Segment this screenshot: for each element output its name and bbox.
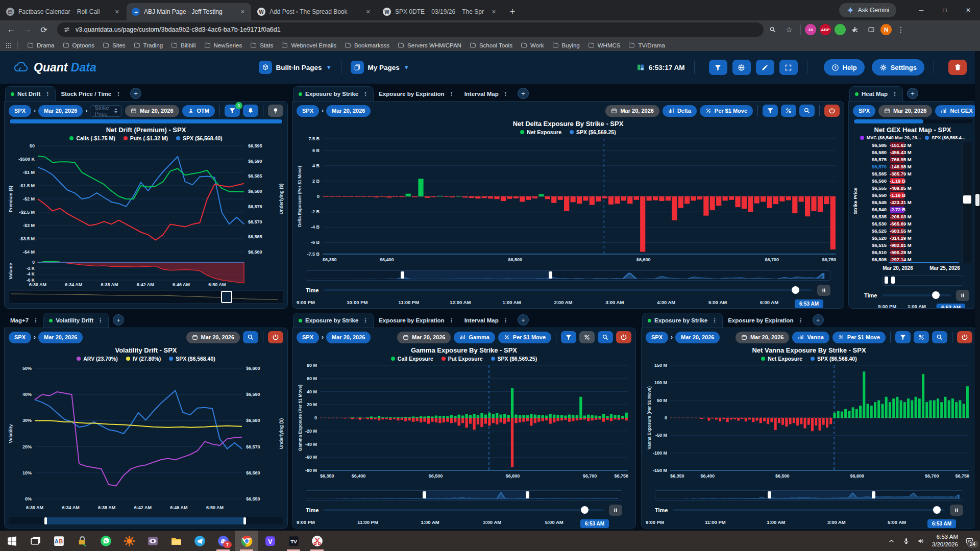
bookmark-bilibili[interactable]: Bilibili bbox=[167, 41, 200, 49]
help-button[interactable]: ?Help bbox=[824, 59, 865, 76]
my-pages-button[interactable]: My Pages▼ bbox=[351, 61, 409, 74]
side-panel-icon[interactable] bbox=[864, 22, 878, 37]
bookmark-sites[interactable]: Sites bbox=[99, 41, 130, 49]
pill-mar-20-2026[interactable]: Mar 20, 2026 bbox=[675, 332, 720, 343]
tab-menu-icon[interactable]: ⋮ bbox=[449, 91, 454, 97]
pill-otm[interactable]: OTM bbox=[182, 105, 215, 117]
tab-interval-map[interactable]: Interval Map⋮ bbox=[459, 87, 513, 101]
funnel-button[interactable]: 1 bbox=[225, 105, 240, 117]
tab-mag-7[interactable]: Mag+7⋮ bbox=[5, 313, 43, 328]
browser-tab-spx-0dte-03-19-26-the-spr[interactable]: WSPX 0DTE – 03/19/26 – The Spr✕ bbox=[378, 3, 502, 20]
tab-menu-icon[interactable]: ⋮ bbox=[503, 317, 508, 324]
pct-button[interactable] bbox=[579, 331, 595, 343]
pill-vanna[interactable]: Vanna bbox=[792, 332, 829, 343]
tab-close-icon[interactable]: ✕ bbox=[364, 8, 373, 16]
bookmark-optoons[interactable]: Optoons bbox=[59, 41, 99, 49]
quantdata-logo[interactable]: Quant Data bbox=[13, 61, 96, 74]
microphone-icon[interactable] bbox=[902, 537, 910, 545]
tab-exposure-by-expiration[interactable]: Exposure by Expiration⋮ bbox=[374, 313, 459, 328]
time-slider-track[interactable] bbox=[324, 509, 604, 511]
taskbar-taskview[interactable] bbox=[23, 531, 47, 551]
restart-button[interactable] bbox=[616, 331, 631, 343]
taskbar-dict[interactable]: AB bbox=[47, 531, 70, 551]
tab-menu-icon[interactable]: ⋮ bbox=[892, 91, 897, 97]
range-slider[interactable] bbox=[883, 276, 963, 286]
bookmark-trading[interactable]: Trading bbox=[130, 41, 167, 49]
taskbar-tradingview[interactable]: TV bbox=[282, 531, 305, 551]
taskbar-chrome[interactable] bbox=[235, 531, 258, 551]
funnel-button[interactable] bbox=[763, 105, 778, 117]
date-pill[interactable]: Mar 20, 2026 bbox=[397, 332, 451, 343]
address-bar[interactable]: v3.quantdata.us/page/custom/3bdaa9b2-c8d… bbox=[57, 22, 764, 37]
tray-chevron-icon[interactable] bbox=[888, 537, 895, 545]
extension-icon-green[interactable] bbox=[835, 24, 846, 35]
pause-button[interactable] bbox=[609, 505, 622, 516]
taskbar-lock[interactable] bbox=[70, 531, 94, 551]
tab-stock-price-time[interactable]: Stock Price / Time⋮ bbox=[56, 87, 126, 101]
extension-icon-abp[interactable]: ABP bbox=[820, 24, 831, 35]
bookmark-newseries[interactable]: NewSeries bbox=[200, 41, 247, 49]
tab-exposure-by-strike[interactable]: Exposure by Strike⋮ bbox=[293, 86, 374, 101]
horizontal-scrollbar[interactable] bbox=[9, 119, 283, 123]
add-panel-tab-button[interactable]: + bbox=[813, 314, 824, 325]
range-handle-left[interactable] bbox=[401, 271, 404, 279]
minimize-button[interactable]: ─ bbox=[910, 0, 933, 20]
tab-menu-icon[interactable]: ⋮ bbox=[362, 91, 368, 97]
minimap-handle[interactable] bbox=[963, 195, 971, 204]
chart-minimap[interactable] bbox=[9, 290, 283, 304]
bookmark-star-icon[interactable]: ☆ bbox=[782, 22, 796, 37]
range-handle-left[interactable] bbox=[423, 491, 426, 498]
close-button[interactable]: ✕ bbox=[957, 0, 980, 20]
tab-menu-icon[interactable]: ⋮ bbox=[449, 317, 454, 324]
global-filter-button[interactable] bbox=[709, 60, 727, 75]
scroll-handle-left[interactable] bbox=[44, 517, 47, 524]
restart-button[interactable] bbox=[957, 331, 972, 343]
range-handle-left[interactable] bbox=[885, 277, 888, 284]
time-slider-track[interactable] bbox=[324, 289, 812, 291]
search-button[interactable] bbox=[598, 331, 613, 343]
edit-button[interactable] bbox=[756, 60, 774, 75]
range-slider[interactable] bbox=[306, 270, 830, 281]
bookmark-work[interactable]: Work bbox=[517, 41, 548, 49]
page-scrollbar-thumb[interactable] bbox=[975, 194, 979, 206]
pill-per-1-move[interactable]: Per $1 Move bbox=[498, 332, 551, 343]
bookmark-buying[interactable]: Buying bbox=[548, 41, 584, 49]
tab-menu-icon[interactable]: ⋮ bbox=[712, 317, 717, 324]
back-button[interactable]: ← bbox=[4, 22, 18, 37]
volume-icon[interactable] bbox=[917, 537, 925, 545]
tab-exposure-by-strike[interactable]: Exposure by Strike⋮ bbox=[642, 313, 723, 328]
scroll-handle-right[interactable] bbox=[243, 517, 246, 524]
pill-gamma[interactable]: Gamma bbox=[454, 332, 495, 343]
bookmark-drama[interactable]: Drama bbox=[23, 41, 59, 49]
scrollbar-thumb[interactable] bbox=[854, 119, 923, 123]
bookmark-servers-whm-cpan[interactable]: Servers WHM/CPAN bbox=[394, 41, 465, 49]
range-handle-right[interactable] bbox=[526, 491, 529, 498]
tab-menu-icon[interactable]: ⋮ bbox=[33, 317, 38, 324]
tab-menu-icon[interactable]: ⋮ bbox=[503, 91, 508, 97]
stepper-icon[interactable] bbox=[114, 108, 117, 113]
pill-spx[interactable]: SPX bbox=[297, 105, 319, 117]
tab-interval-map[interactable]: Interval Map⋮ bbox=[459, 313, 513, 328]
pill-per-1-move[interactable]: Per $1 Move bbox=[700, 105, 753, 117]
pill-spx[interactable]: SPX bbox=[9, 105, 31, 117]
extension-icon-16[interactable]: 16 bbox=[805, 24, 816, 35]
tab-close-icon[interactable]: ✕ bbox=[238, 8, 247, 16]
tab-exposure-by-expiration[interactable]: Exposure by Expiration⋮ bbox=[374, 87, 459, 101]
notification-center[interactable]: 24 bbox=[965, 537, 974, 545]
range-slider[interactable] bbox=[655, 490, 963, 500]
browser-tab-factbase-calendar-roll-call[interactable]: ▤Factbase Calendar – Roll Call✕ bbox=[1, 3, 126, 20]
tab-menu-icon[interactable]: ⋮ bbox=[44, 91, 50, 97]
bookmark-stats[interactable]: Stats bbox=[246, 41, 277, 49]
taskbar-telegram[interactable] bbox=[188, 531, 211, 551]
taskbar-whatsapp[interactable] bbox=[94, 531, 117, 551]
profile-avatar[interactable]: N bbox=[880, 24, 892, 35]
taskbar-start[interactable] bbox=[0, 531, 23, 551]
date-pill[interactable]: Mar 20, 2026 bbox=[186, 332, 240, 343]
tab-heat-map[interactable]: Heat Map⋮ bbox=[849, 86, 903, 101]
tab-volatility-drift[interactable]: Volatility Drift⋮ bbox=[43, 313, 109, 328]
taskbar-vivaldi[interactable]: V bbox=[258, 531, 282, 551]
taskbar-scissors[interactable] bbox=[305, 531, 329, 551]
funnel-button[interactable] bbox=[561, 331, 576, 343]
bottom-scrollbar[interactable] bbox=[9, 517, 283, 524]
time-slider-handle[interactable] bbox=[581, 506, 589, 514]
